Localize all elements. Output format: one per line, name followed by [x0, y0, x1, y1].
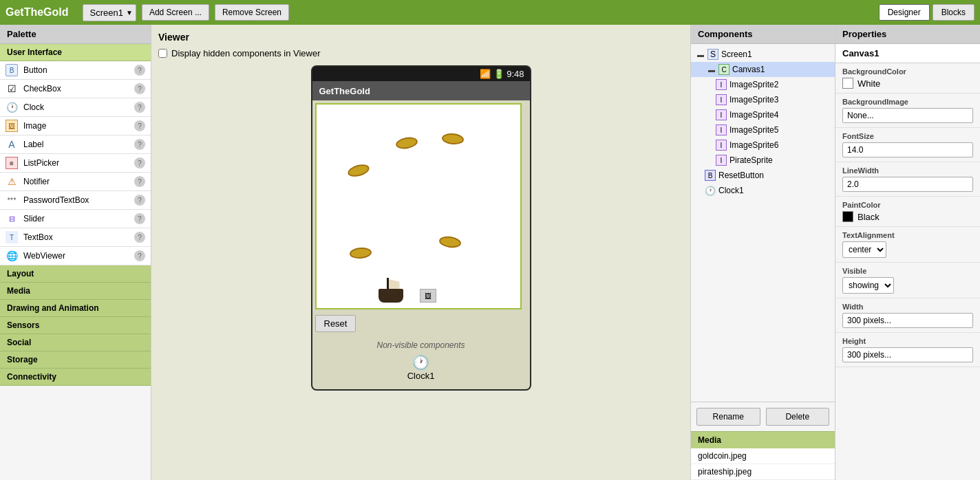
imagesprite2-icon: I [716, 79, 727, 90]
comp-imagesprite5[interactable]: I ImageSprite5 [691, 122, 835, 138]
palette-item-webviewer-label: WebViewer [23, 251, 129, 261]
palette-item-clock[interactable]: 🕐 Clock ? [0, 98, 151, 117]
textbox-help[interactable]: ? [134, 232, 145, 243]
imagesprite6-name: ImageSprite6 [729, 140, 778, 150]
palette-item-passwordtextbox[interactable]: *** PasswordTextBox ? [0, 191, 151, 210]
palette-section-storage[interactable]: Storage [0, 351, 151, 369]
palette-item-listpicker[interactable]: ≡ ListPicker ? [0, 154, 151, 173]
viewer-options: Display hidden components in Viewer [158, 48, 683, 58]
textalignment-select[interactable]: left center right [842, 241, 886, 258]
palette-section-ui[interactable]: User Interface [0, 44, 151, 61]
comp-clock1[interactable]: 🕐 Clock1 [691, 183, 835, 198]
palette-item-clock-label: Clock [23, 102, 129, 112]
comp-piratesprite[interactable]: I PirateSprite [691, 153, 835, 168]
show-hidden-checkbox[interactable] [158, 49, 167, 58]
palette-section-drawing[interactable]: Drawing and Animation [0, 300, 151, 317]
screen1-toggle[interactable]: ▬ [696, 50, 705, 58]
comp-resetbutton[interactable]: B ResetButton [691, 168, 835, 183]
comp-imagesprite2[interactable]: I ImageSprite2 [691, 77, 835, 92]
palette-item-button[interactable]: B Button ? [0, 61, 151, 80]
palette-item-slider-label: Slider [23, 214, 129, 223]
viewer-panel: Viewer Display hidden components in View… [151, 25, 691, 480]
notifier-help[interactable]: ? [134, 176, 145, 187]
prop-height-label: Height [842, 337, 973, 345]
comp-imagesprite4[interactable]: I ImageSprite4 [691, 107, 835, 122]
imagesprite4-icon: I [716, 109, 727, 120]
imagesprite5-icon: I [716, 124, 727, 135]
screen-dropdown[interactable]: Screen1 ▼ [83, 4, 136, 21]
designer-button[interactable]: Designer [879, 4, 930, 21]
comp-canvas1[interactable]: ▬ C Canvas1 [691, 62, 835, 77]
media-item-goldcoin: goldcoin.jpeg [691, 448, 835, 464]
textbox-icon: T [6, 231, 18, 243]
canvas-area[interactable]: 🖼 [315, 103, 522, 309]
palette-item-notifier[interactable]: ⚠ Notifier ? [0, 173, 151, 191]
viewer-title: Viewer [158, 32, 683, 43]
image-sprite-icon: 🖼 [420, 289, 436, 303]
palette-item-image[interactable]: 🖼 Image ? [0, 117, 151, 135]
topbar: GetTheGold Screen1 ▼ Add Screen ... Remo… [0, 0, 980, 25]
canvas1-toggle[interactable]: ▬ [707, 65, 716, 74]
paintcolor-value: Black [858, 212, 880, 222]
coin-1 [394, 135, 418, 150]
palette-item-label[interactable]: A Label ? [0, 135, 151, 154]
prop-paintcolor: PaintColor Black [835, 197, 980, 227]
phone-frame: 📶 🔋 9:48 GetTheGold [311, 65, 531, 391]
palette-item-textbox[interactable]: T TextBox ? [0, 228, 151, 247]
button-icon: B [6, 64, 18, 76]
dropdown-arrow: ▼ [126, 9, 133, 17]
selected-component-label: Canvas1 [835, 44, 980, 63]
checkbox-help[interactable]: ? [134, 83, 145, 94]
palette-section-social[interactable]: Social [0, 334, 151, 351]
blocks-button[interactable]: Blocks [933, 4, 974, 21]
linewidth-input[interactable] [842, 177, 973, 192]
properties-panel: Properties Canvas1 BackgroundColor White… [835, 25, 980, 480]
password-help[interactable]: ? [134, 195, 145, 206]
palette-item-webviewer[interactable]: 🌐 WebViewer ? [0, 247, 151, 265]
webviewer-help[interactable]: ? [134, 250, 145, 261]
clock1-comp-name: Clock1 [718, 186, 744, 195]
comp-imagesprite3[interactable]: I ImageSprite3 [691, 92, 835, 107]
prop-backgroundcolor: BackgroundColor White [835, 63, 980, 94]
label-help[interactable]: ? [134, 139, 145, 150]
delete-button[interactable]: Delete [766, 408, 830, 426]
palette-item-slider[interactable]: ⊟ Slider ? [0, 210, 151, 228]
backgroundcolor-swatch[interactable] [842, 78, 853, 89]
password-icon: *** [6, 194, 18, 206]
palette-item-checkbox[interactable]: ☑ CheckBox ? [0, 80, 151, 98]
imagesprite6-icon: I [716, 140, 727, 151]
remove-screen-button[interactable]: Remove Screen [215, 4, 289, 21]
paintcolor-swatch[interactable] [842, 211, 853, 222]
non-visible-section: Non-visible components 🕐 Clock1 [315, 335, 527, 386]
reset-button[interactable]: Reset [315, 315, 356, 332]
imagesprite5-name: ImageSprite5 [729, 125, 778, 135]
width-input[interactable] [842, 313, 973, 328]
height-input[interactable] [842, 347, 973, 362]
prop-fontsize-label: FontSize [842, 132, 973, 140]
palette-item-password-label: PasswordTextBox [23, 195, 129, 205]
rename-button[interactable]: Rename [696, 408, 760, 426]
button-help[interactable]: ? [134, 65, 145, 76]
slider-help[interactable]: ? [134, 213, 145, 224]
prop-linewidth-label: LineWidth [842, 166, 973, 175]
image-help[interactable]: ? [134, 120, 145, 131]
palette-section-layout[interactable]: Layout [0, 265, 151, 283]
clock-help[interactable]: ? [134, 102, 145, 113]
visible-select[interactable]: showing hidden [842, 277, 894, 294]
palette-section-connectivity[interactable]: Connectivity [0, 369, 151, 386]
palette-section-sensors[interactable]: Sensors [0, 317, 151, 334]
palette-section-media[interactable]: Media [0, 283, 151, 300]
prop-fontsize: FontSize [835, 128, 980, 162]
phone-content: 🖼 Reset Non-visible components 🕐 Clock1 [312, 100, 530, 389]
fontsize-input[interactable] [842, 142, 973, 157]
prop-width-label: Width [842, 303, 973, 311]
comp-screen1[interactable]: ▬ S Screen1 [691, 47, 835, 62]
backgroundimage-input[interactable] [842, 108, 973, 123]
phone-statusbar: 📶 🔋 9:48 [312, 67, 530, 81]
listpicker-help[interactable]: ? [134, 157, 145, 168]
media-item-pirateship: pirateship.jpeg [691, 464, 835, 480]
add-screen-button[interactable]: Add Screen ... [142, 4, 209, 21]
prop-backgroundcolor-label: BackgroundColor [842, 67, 973, 76]
resetbutton-icon: B [705, 170, 716, 181]
comp-imagesprite6[interactable]: I ImageSprite6 [691, 138, 835, 153]
